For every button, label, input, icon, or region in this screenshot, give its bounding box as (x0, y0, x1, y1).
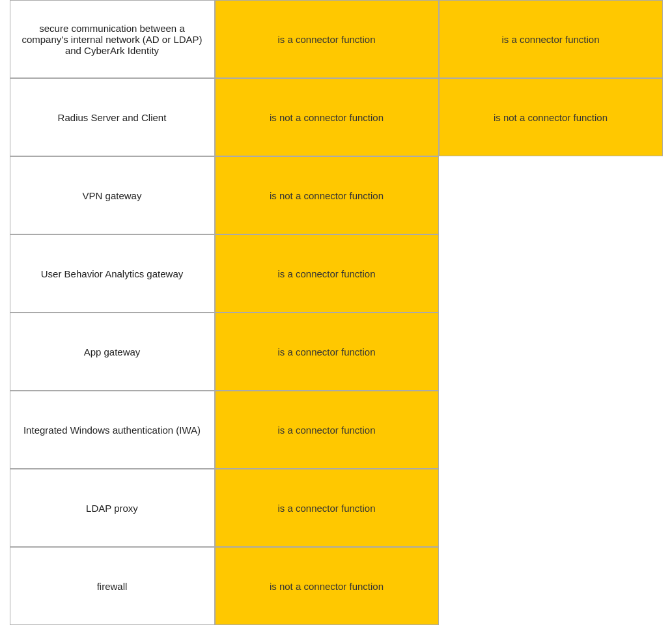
row-1-col2: is not a connector function (215, 78, 439, 156)
row-2-col3 (439, 156, 663, 234)
row-5-col3 (439, 391, 663, 469)
row-1-col3: is not a connector function (439, 78, 663, 156)
row-3-col3 (439, 234, 663, 313)
row-3-label: User Behavior Analytics gateway (10, 234, 215, 313)
row-6-col2: is a connector function (215, 469, 439, 547)
row-4-col3 (439, 313, 663, 391)
row-7-col2: is not a connector function (215, 547, 439, 625)
row-5-label: Integrated Windows authentication (IWA) (10, 391, 215, 469)
row-2-label: VPN gateway (10, 156, 215, 234)
row-4-label: App gateway (10, 313, 215, 391)
main-grid: secure communication between a company's… (10, 0, 663, 625)
row-5-col2: is a connector function (215, 391, 439, 469)
row-3-col2: is a connector function (215, 234, 439, 313)
row-7-col3 (439, 547, 663, 625)
row-0-col3: is a connector function (439, 0, 663, 78)
row-6-col3 (439, 469, 663, 547)
row-7-label: firewall (10, 547, 215, 625)
row-4-col2: is a connector function (215, 313, 439, 391)
row-2-col2: is not a connector function (215, 156, 439, 234)
row-1-label: Radius Server and Client (10, 78, 215, 156)
row-6-label: LDAP proxy (10, 469, 215, 547)
row-0-label: secure communication between a company's… (10, 0, 215, 78)
row-0-col2: is a connector function (215, 0, 439, 78)
